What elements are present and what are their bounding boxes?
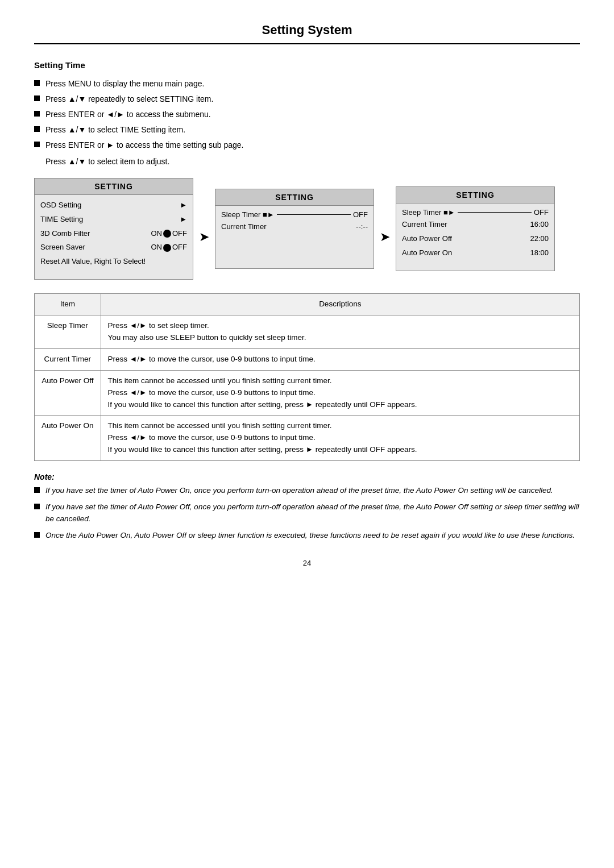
bullet-square-icon (34, 142, 40, 147)
note-bullet-2 (34, 504, 40, 509)
bullet-square-icon (34, 111, 40, 117)
note-label: Note: (34, 472, 580, 481)
bullet-item-1: Press MENU to display the menu main page… (34, 78, 580, 90)
panel1-row-3: 3D Comb Filter ONOFF (40, 228, 187, 240)
description-table: Item Descriptions Sleep Timer Press ◄/► … (34, 293, 580, 461)
table-row-sleep: Sleep Timer Press ◄/► to set sleep timer… (35, 315, 580, 348)
panel3-sleep-row: Sleep Timer ■► OFF (402, 208, 549, 217)
setting-panel-2: SETTING Sleep Timer ■► OFF Current Timer… (215, 189, 374, 269)
desc-auto-on: This item cannot be accessed until you f… (101, 416, 579, 461)
note-item-2: If you have set the timer of Auto Power … (34, 501, 580, 525)
table-row-auto-off: Auto Power Off This item cannot be acces… (35, 370, 580, 416)
panel3-header: SETTING (396, 187, 554, 203)
note-bullet-1 (34, 487, 40, 493)
table-row-auto-on: Auto Power On This item cannot be access… (35, 416, 580, 461)
item-auto-off: Auto Power Off (35, 370, 101, 416)
note-bullet-3 (34, 532, 40, 538)
bullet-item-2: Press ▲/▼ repeatedly to select SETTING i… (34, 93, 580, 105)
setting-panel-1: SETTING OSD Setting ► TIME Setting ► 3D … (34, 178, 193, 280)
panel3-auto-off-row: Auto Power Off 22:00 (402, 233, 549, 245)
panel2-current-row: Current Timer --:-- (221, 221, 368, 233)
dashed-line-3 (458, 212, 532, 213)
panel2-header: SETTING (215, 189, 374, 206)
panel1-body: OSD Setting ► TIME Setting ► 3D Comb Fil… (35, 195, 193, 279)
panel1-row-5: Reset All Value, Right To Select! (40, 256, 187, 268)
bullet-item-5: Press ENTER or ► to access the time sett… (34, 139, 580, 151)
toggle-dot-screen (163, 244, 171, 252)
col-desc-header: Descriptions (101, 293, 579, 315)
instruction-list: Press MENU to display the menu main page… (34, 78, 580, 151)
panel1-row-2: TIME Setting ► (40, 214, 187, 226)
toggle-screen: ONOFF (151, 242, 188, 254)
bullet-item-3: Press ENTER or ◄/► to access the submenu… (34, 109, 580, 121)
item-sleep: Sleep Timer (35, 315, 101, 348)
panel2-sleep-row: Sleep Timer ■► OFF (221, 210, 368, 219)
desc-auto-off: This item cannot be accessed until you f… (101, 370, 579, 416)
desc-current: Press ◄/► to move the cursor, use 0-9 bu… (101, 348, 579, 370)
panel1-row-4: Screen Saver ONOFF (40, 242, 187, 254)
bullet-item-4: Press ▲/▼ to select TIME Setting item. (34, 124, 580, 136)
item-current: Current Timer (35, 348, 101, 370)
page-title: Setting System (34, 23, 580, 38)
section-title: Setting Time (34, 60, 580, 70)
dashed-line-2 (277, 214, 351, 215)
panels-row: SETTING OSD Setting ► TIME Setting ► 3D … (34, 178, 580, 280)
note-list: If you have set the timer of Auto Power … (34, 485, 580, 542)
panel3-auto-on-row: Auto Power On 18:00 (402, 247, 549, 259)
note-item-3: Once the Auto Power On, Auto Power Off o… (34, 530, 580, 542)
note-section: Note: If you have set the timer of Auto … (34, 472, 580, 542)
table-header-row: Item Descriptions (35, 293, 580, 315)
bullet-square-icon (34, 95, 40, 101)
note-item-1: If you have set the timer of Auto Power … (34, 485, 580, 497)
col-item-header: Item (35, 293, 101, 315)
item-auto-on: Auto Power On (35, 416, 101, 461)
toggle-dot-3d (163, 230, 171, 238)
title-divider (34, 43, 580, 44)
panel3-body: Sleep Timer ■► OFF Current Timer 16:00 A… (396, 203, 554, 270)
setting-panel-3: SETTING Sleep Timer ■► OFF Current Timer… (396, 186, 555, 271)
panel1-header: SETTING (35, 178, 193, 195)
bullet-square-icon (34, 126, 40, 132)
page-number: 24 (34, 559, 580, 567)
panel2-body: Sleep Timer ■► OFF Current Timer --:-- (215, 206, 374, 268)
toggle-3d: ONOFF (151, 228, 188, 240)
bullet-square-icon (34, 80, 40, 86)
panel1-row-1: OSD Setting ► (40, 200, 187, 211)
table-row-current: Current Timer Press ◄/► to move the curs… (35, 348, 580, 370)
arrow-2: ➤ (380, 230, 390, 244)
arrow-1: ➤ (199, 230, 209, 244)
panel3-current-row: Current Timer 16:00 (402, 219, 549, 231)
indent-instruction: Press ▲/▼ to select item to adjust. (45, 156, 580, 168)
desc-sleep: Press ◄/► to set sleep timer. You may al… (101, 315, 579, 348)
